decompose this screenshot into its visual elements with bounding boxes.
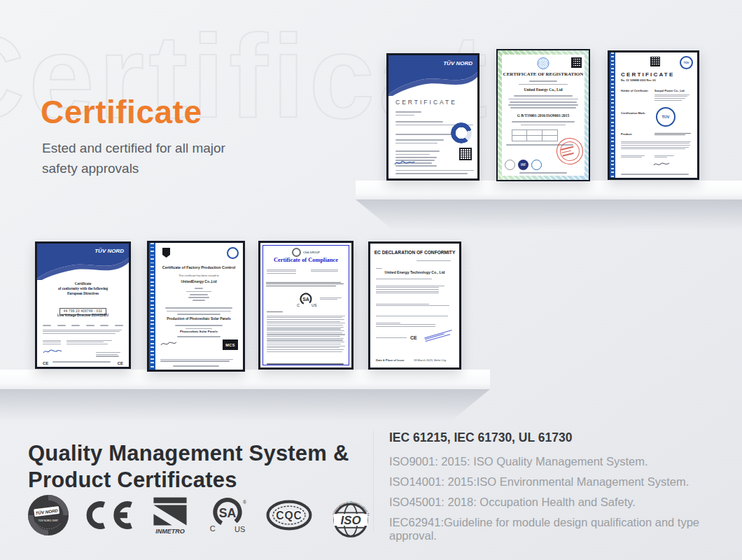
table-cell [512,136,527,141]
cert-title: CERTIFICATE [621,71,675,78]
text-line-bar [267,321,340,322]
column-header-row [43,323,123,328]
products-heading-line [267,310,285,313]
mcs-logo: MCS [223,340,238,350]
csa-group-label: CSA GROUP [303,251,320,254]
text-line-bar [561,146,574,150]
ce-mark-left: CE [43,361,48,365]
text-line-bar [267,325,343,326]
table-cell [512,130,527,136]
text-line-bar [266,282,342,283]
text-line-bar [510,102,577,103]
certification-logo-row: TÜV NORD TÜV NORD CERT INMETRO SA ® C US [27,489,373,542]
text-line-bar [96,352,120,353]
audit-table [512,130,558,141]
stamp-text-lines [554,136,582,158]
scope-lines [506,120,580,127]
col-bar [43,325,51,326]
csa-sa-text: SA [302,297,309,302]
field-labels [43,339,63,346]
inmetro-text: INMETRO [155,528,185,535]
certificate-tuv-rheinland: TÜV CERTIFICATE No. Z2 10N888 0303 Rev. … [608,50,699,180]
text-line-bar [654,133,691,134]
company-name: UnitedEnergy Co.,Ltd [158,279,240,284]
subtitle-line2: safety approvals [42,161,139,176]
field-values [654,154,682,159]
col-bar [86,325,94,326]
declare-line [376,277,435,280]
text-line-bar [654,157,667,158]
text-line-bar [561,150,571,153]
cert-title: Certificate of conformity with the follo… [37,281,129,296]
text-line-bar [654,134,685,135]
text-line-bar [266,284,344,284]
intro-lines [506,79,580,87]
text-line-bar [376,293,439,293]
text-line-bar [267,316,345,316]
signature-stroke [395,161,414,164]
text-line-bar [396,173,468,174]
cnas-seal [505,160,515,170]
issuer-text-lines [396,110,458,118]
footer-line [519,170,568,175]
iso-text: ISO [340,514,360,527]
certificate-factory-production-control: Certificate of Factory Production Contro… [147,241,245,372]
text-line-bar [376,286,444,286]
text-line-bar [267,273,296,274]
company-name: United Energy Technology Co., Ltd [370,270,459,274]
cnas-blue-seal [531,160,542,170]
text-line-bar [396,143,438,144]
qr-code [571,57,582,68]
holder-name: Sunpal Power Co., Ltd. [654,89,685,92]
text-line-bar [654,96,687,97]
csa-reg-symbol: ® [243,500,246,505]
text-line-bar [621,148,685,149]
certificate-page: Certificate Certificate Ested and certif… [0,0,742,560]
text-line-bar [267,344,341,344]
blue-approval-stamp [424,328,457,343]
text-line-bar [267,328,341,329]
text-line-bar [396,111,421,113]
text-line-bar [376,304,429,304]
text-line-bar [96,356,119,356]
qr-code [650,57,660,66]
accreditation-seals: IAF [505,160,542,170]
inmetro-top-bar [153,498,186,503]
text-line-bar [177,336,220,337]
csa-us-text: US [234,525,245,533]
product-name: Production of Photovoltaic Solar Panels [158,317,240,321]
mark-label: Certification Mark: [621,111,645,115]
inmetro-wedge-small [153,514,172,525]
cert-title: Certificate of Compliance [260,257,351,263]
cqc-text: CQC [276,510,302,522]
text-line-bar [192,300,204,301]
iso-list-item: ISO14001: 2015:ISO Environmental Managem… [389,475,689,489]
note-line2 [166,335,232,340]
iso-list-item: ISO9001: 2015: ISO Quality Management Sy… [389,455,648,468]
description-lines [376,284,452,295]
text-line-bar [160,359,233,360]
text-line-bar [267,319,344,320]
certificate-ec-declaration: EC DECLARATION OF CONFORMITY United Ener… [368,241,461,370]
cert-ref-line [416,259,454,262]
text-line-bar [519,84,568,85]
text-line-bar [508,104,579,106]
text-line-bar [320,299,337,300]
inmetro-logo: INMETRO [150,493,190,538]
text-line-bar [267,336,340,337]
quality-heading: Quality Management System & Product Cert… [28,440,349,493]
text-line-bar [514,95,573,97]
text-line-bar [267,363,344,364]
nqa-black-logo [162,247,171,258]
text-line-bar [376,326,435,327]
page-title: Certificate [41,93,202,131]
manufacturer-lines [376,302,452,307]
text-line-bar [267,342,344,342]
holder-address-lines [654,93,693,102]
left-field-lines [267,268,301,275]
text-line-bar [621,155,645,156]
text-line-bar [396,157,437,158]
text-line-bar [396,154,430,155]
csa-group-logo: CSA GROUP [260,248,351,257]
ce-logo [85,499,135,531]
